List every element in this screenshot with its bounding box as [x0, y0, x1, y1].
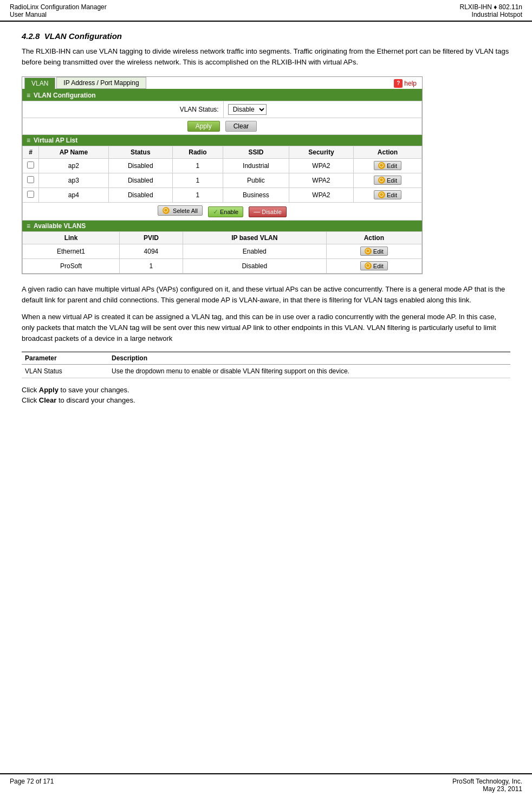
vlan-config-table: VLAN Status: Disable Enable Apply Clear	[22, 101, 422, 135]
disable-icon: —	[254, 208, 260, 216]
ap-table-row: ap4 Disabled 1 Business WPA2 Edit	[23, 188, 422, 203]
footer-right: ProSoft Technology, Inc. May 23, 2011	[452, 778, 522, 793]
vlan-action-cell: Edit	[326, 259, 421, 274]
tab-vlan[interactable]: VLAN	[24, 77, 55, 89]
enable-icon: ✓	[213, 208, 218, 216]
section-number: 4.2.8	[22, 31, 40, 41]
ap-checkbox[interactable]	[27, 161, 34, 169]
vlan-status-label: VLAN Status:	[23, 101, 224, 118]
ap-col-name: AP Name	[39, 146, 109, 159]
tab-ip-address[interactable]: IP Address / Port Mapping	[56, 77, 146, 89]
enable-button[interactable]: ✓ Enable	[208, 206, 243, 217]
ap-action-cell: Edit	[354, 159, 422, 173]
footer-date: May 23, 2011	[452, 785, 522, 793]
ap-checkbox[interactable]	[27, 191, 34, 198]
vlan-edit-icon	[365, 262, 372, 269]
page-footer: Page 72 of 171 ProSoft Technology, Inc. …	[0, 773, 532, 796]
ap-name-cell: ap2	[39, 159, 109, 173]
param-col-parameter: Parameter	[22, 352, 108, 364]
apply-bold: Apply	[39, 386, 59, 394]
ap-action-buttons-row: Selete All ✓ Enable — Disable	[23, 203, 422, 221]
ap-col-status: Status	[108, 146, 172, 159]
available-vlans-section-header: ≡ Available VLANS	[22, 221, 422, 231]
vlan-edit-icon	[365, 248, 372, 255]
selete-all-icon	[163, 207, 170, 214]
footer-company: ProSoft Technology, Inc.	[452, 778, 522, 785]
header-doc-type: User Manual	[10, 11, 107, 18]
ap-ssid-cell: Business	[223, 188, 289, 203]
vlan-status-row: VLAN Status: Disable Enable	[23, 101, 422, 118]
vlan-edit-button[interactable]: Edit	[360, 247, 388, 256]
available-vlans-title: Available VLANS	[34, 222, 86, 230]
intro-paragraph: The RLXIB-IHN can use VLAN tagging to di…	[22, 46, 510, 68]
vlan-link-cell: Ethernet1	[23, 244, 120, 259]
help-label: help	[404, 80, 417, 87]
footer-page-number: Page 72 of 171	[10, 778, 54, 793]
ap-edit-icon	[378, 162, 385, 169]
disable-button[interactable]: — Disable	[249, 206, 287, 217]
clear-bold: Clear	[39, 396, 57, 404]
enable-label: Enable	[220, 209, 238, 215]
ap-col-ssid: SSID	[223, 146, 289, 159]
section-title: 4.2.8 VLAN Configuration	[22, 31, 510, 41]
ap-radio-cell: 1	[172, 173, 223, 188]
param-name-cell: VLAN Status	[22, 364, 108, 378]
ap-radio-cell: 1	[172, 159, 223, 173]
ap-checkbox-cell[interactable]	[23, 188, 39, 203]
ap-checkbox-cell[interactable]	[23, 173, 39, 188]
click-clear-text: Click Clear to discard your changes.	[22, 396, 510, 404]
ap-action-cell: Edit	[354, 188, 422, 203]
click-apply-text: Click Apply to save your changes.	[22, 386, 510, 394]
vlan-status-dropdown[interactable]: Disable Enable	[228, 104, 267, 115]
vlan-config-title: VLAN Configuration	[34, 92, 96, 99]
section-name: VLAN Configuration	[44, 31, 122, 41]
vlan-col-ip-vlan: IP based VLAN	[183, 232, 326, 244]
vlan-btn-cell: Apply Clear	[23, 118, 422, 135]
param-table-header-row: Parameter Description	[22, 352, 510, 364]
header-app-name: RadioLinx Configuration Manager	[10, 3, 107, 11]
clear-button[interactable]: Clear	[225, 121, 257, 132]
vlan-table-row: ProSoft 1 Disabled Edit	[23, 259, 422, 274]
vlan-table-header-row: Link PVID IP based VLAN Action	[23, 232, 422, 244]
header-product-type: Industrial Hotspot	[472, 11, 522, 18]
ap-checkbox[interactable]	[27, 176, 34, 183]
help-icon: ?	[394, 79, 403, 88]
ap-checkbox-cell[interactable]	[23, 159, 39, 173]
param-desc-cell: Use the dropdown menu to enable or disab…	[108, 364, 510, 378]
selete-all-label: Selete All	[173, 208, 198, 214]
vlan-pvid-cell: 1	[120, 259, 183, 274]
selete-all-button[interactable]: Selete All	[158, 205, 203, 216]
vlan-col-link: Link	[23, 232, 120, 244]
ap-action-cell: Edit	[354, 173, 422, 188]
ap-edit-icon	[378, 191, 385, 198]
header-right: RLXIB-IHN ♦ 802.11n Industrial Hotspot	[459, 3, 522, 18]
disable-label: Disable	[262, 209, 282, 215]
vlan-ip-vlan-cell: Disabled	[183, 259, 326, 274]
help-link[interactable]: ? help	[394, 79, 417, 88]
ap-col-num: #	[23, 146, 39, 159]
vlan-pvid-cell: 4094	[120, 244, 183, 259]
header-left: RadioLinx Configuration Manager User Man…	[10, 3, 107, 18]
ap-status-cell: Disabled	[108, 173, 172, 188]
ap-name-cell: ap3	[39, 173, 109, 188]
ap-edit-button[interactable]: Edit	[374, 190, 401, 199]
ap-ssid-cell: Public	[223, 173, 289, 188]
body-paragraph-2: When a new virtual AP is created it can …	[22, 312, 510, 344]
vlan-config-section-header: ≡ VLAN Configuration	[22, 90, 422, 101]
param-col-description: Description	[108, 352, 510, 364]
ap-col-security: Security	[289, 146, 353, 159]
ap-status-cell: Disabled	[108, 159, 172, 173]
ap-radio-cell: 1	[172, 188, 223, 203]
ap-col-action: Action	[354, 146, 422, 159]
ap-edit-icon	[378, 177, 385, 184]
ap-security-cell: WPA2	[289, 173, 353, 188]
ap-edit-button[interactable]: Edit	[374, 176, 401, 185]
vlan-action-cell: Edit	[326, 244, 421, 259]
vlan-col-pvid: PVID	[120, 232, 183, 244]
ap-security-cell: WPA2	[289, 188, 353, 203]
page-header: RadioLinx Configuration Manager User Man…	[0, 0, 532, 22]
ap-edit-button[interactable]: Edit	[374, 161, 401, 170]
vlan-edit-button[interactable]: Edit	[360, 261, 388, 270]
vlan-link-cell: ProSoft	[23, 259, 120, 274]
apply-button[interactable]: Apply	[187, 121, 220, 132]
